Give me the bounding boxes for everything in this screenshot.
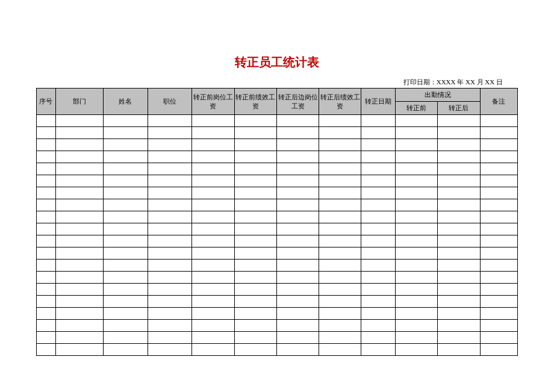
table-cell [276, 175, 319, 187]
table-cell [192, 163, 234, 175]
table-cell [319, 308, 361, 320]
table-cell [37, 223, 56, 235]
table-cell [396, 115, 438, 127]
table-cell [361, 235, 396, 247]
table-cell [234, 211, 276, 223]
table-cell [319, 235, 361, 247]
employee-table: 序号 部门 姓名 职位 转正前岗位工资 转正前绩效工资 转正后边岗位工资 转正后… [36, 88, 518, 356]
table-cell [438, 235, 480, 247]
table-cell [234, 223, 276, 235]
table-cell [396, 296, 438, 308]
th-seq: 序号 [37, 89, 56, 115]
table-cell [319, 115, 361, 127]
table-cell [396, 211, 438, 223]
table-cell [361, 175, 396, 187]
table-cell [148, 127, 192, 139]
table-cell [55, 332, 103, 344]
table-cell [319, 247, 361, 260]
table-cell [438, 223, 480, 235]
table-cell [192, 199, 234, 211]
table-cell [480, 284, 517, 296]
table-cell [396, 235, 438, 247]
table-cell [148, 223, 192, 235]
table-cell [55, 115, 103, 127]
table-cell [55, 320, 103, 332]
table-cell [55, 163, 103, 175]
table-cell [55, 272, 103, 284]
table-row [37, 151, 518, 163]
table-cell [480, 199, 517, 211]
table-cell [361, 187, 396, 199]
table-cell [319, 163, 361, 175]
th-att-before: 转正前 [396, 102, 438, 115]
table-cell [234, 127, 276, 139]
table-cell [319, 260, 361, 272]
table-cell [438, 175, 480, 187]
table-cell [55, 247, 103, 260]
table-cell [37, 332, 56, 344]
table-cell [438, 139, 480, 151]
table-row [37, 211, 518, 223]
table-cell [480, 139, 517, 151]
table-cell [396, 223, 438, 235]
th-attendance: 出勤情况 [396, 89, 481, 102]
table-cell [104, 223, 148, 235]
print-date-line: 打印日期：XXXX 年 XX 月 XX 日 [36, 78, 518, 87]
table-cell [276, 235, 319, 247]
table-cell [234, 175, 276, 187]
th-post-post-salary: 转正后边岗位工资 [276, 89, 319, 115]
table-cell [192, 211, 234, 223]
table-cell [104, 127, 148, 139]
table-row [37, 187, 518, 199]
table-cell [396, 151, 438, 163]
table-row [37, 199, 518, 211]
table-cell [396, 332, 438, 344]
table-cell [438, 332, 480, 344]
table-cell [104, 344, 148, 356]
table-cell [276, 199, 319, 211]
table-cell [148, 199, 192, 211]
table-cell [396, 260, 438, 272]
table-cell [37, 151, 56, 163]
table-cell [37, 199, 56, 211]
table-cell [319, 332, 361, 344]
table-cell [480, 187, 517, 199]
table-cell [234, 115, 276, 127]
table-cell [192, 175, 234, 187]
table-cell [37, 272, 56, 284]
table-row [37, 272, 518, 284]
table-cell [104, 211, 148, 223]
table-cell [37, 308, 56, 320]
table-cell [55, 296, 103, 308]
table-cell [234, 187, 276, 199]
table-cell [480, 296, 517, 308]
table-cell [37, 187, 56, 199]
table-cell [192, 115, 234, 127]
table-cell [234, 272, 276, 284]
table-cell [55, 151, 103, 163]
table-cell [192, 235, 234, 247]
th-pre-post-salary: 转正前岗位工资 [192, 89, 234, 115]
table-cell [104, 308, 148, 320]
table-cell [319, 296, 361, 308]
table-cell [148, 284, 192, 296]
table-cell [438, 296, 480, 308]
table-cell [361, 247, 396, 260]
table-cell [104, 163, 148, 175]
table-cell [276, 163, 319, 175]
table-cell [37, 211, 56, 223]
table-cell [438, 247, 480, 260]
table-cell [319, 139, 361, 151]
table-cell [104, 284, 148, 296]
table-cell [234, 151, 276, 163]
table-cell [148, 175, 192, 187]
table-cell [276, 127, 319, 139]
table-cell [148, 260, 192, 272]
table-cell [148, 115, 192, 127]
table-cell [319, 187, 361, 199]
table-row [37, 247, 518, 260]
table-cell [234, 235, 276, 247]
table-cell [438, 308, 480, 320]
table-cell [361, 199, 396, 211]
table-cell [480, 235, 517, 247]
